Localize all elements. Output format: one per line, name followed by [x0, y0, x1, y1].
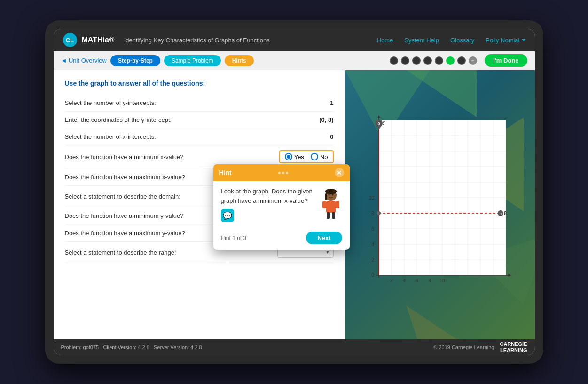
- progress-dots: −: [390, 56, 477, 65]
- hint-header: Hint ✕: [213, 164, 350, 181]
- hint-title: Hint: [219, 169, 232, 176]
- q3-answer: 0: [330, 133, 333, 140]
- nav-home[interactable]: Home: [377, 37, 393, 44]
- hints-button[interactable]: Hints: [225, 55, 254, 66]
- q2-label: Enter the coordinates of the y-intercept…: [65, 116, 316, 123]
- svg-marker-35: [508, 274, 511, 277]
- q4-yes-radio[interactable]: [285, 153, 292, 160]
- svg-text:y: y: [383, 120, 385, 125]
- progress-dot-1: [390, 56, 398, 65]
- progress-dot-7: [457, 56, 466, 65]
- avatar: [320, 187, 342, 220]
- question-row-3: Select the number of x-intercepts: 0: [65, 128, 334, 145]
- svg-rect-64: [327, 212, 330, 219]
- graph-svg: 0 2 4 6 8 10 2 4 6 8 10 y: [365, 115, 515, 294]
- progress-dot-6: [446, 56, 455, 65]
- q3-label: Select the number of x-intercepts:: [65, 133, 327, 140]
- svg-text:8: 8: [428, 278, 431, 283]
- svg-text:2: 2: [371, 257, 374, 263]
- im-done-button[interactable]: I'm Done: [485, 54, 527, 67]
- hint-dot-1: [278, 172, 281, 174]
- hint-body: Look at the graph. Does the given graph …: [213, 181, 350, 228]
- svg-rect-62: [322, 201, 326, 208]
- app-logo: CL: [63, 33, 77, 47]
- svg-point-67: [332, 194, 333, 196]
- chevron-down-icon: [522, 39, 525, 41]
- progress-dot-4: [423, 56, 432, 65]
- hint-dots: [278, 172, 288, 174]
- svg-point-52: [377, 211, 381, 215]
- progress-dot-8: −: [469, 56, 477, 65]
- tablet-screen: CL MATHia® Identifying Key Characteristi…: [54, 29, 535, 355]
- hint-dot-3: [286, 172, 288, 174]
- svg-text:10: 10: [368, 195, 374, 200]
- svg-point-66: [328, 194, 329, 196]
- nav-glossary[interactable]: Glossary: [450, 37, 474, 44]
- sample-problem-button[interactable]: Sample Problem: [164, 55, 221, 66]
- copyright: © 2019 Carnegie Learning: [433, 344, 494, 350]
- hint-footer: Hint 1 of 3 Next: [213, 228, 350, 250]
- toolbar: ◄ Unit Overview Step-by-Step Sample Prob…: [54, 51, 535, 70]
- instructions: Use the graph to answer all of the quest…: [65, 80, 334, 87]
- top-nav: CL MATHia® Identifying Key Characteristi…: [54, 29, 535, 51]
- progress-dot-3: [412, 56, 421, 65]
- hint-dot-2: [282, 172, 284, 174]
- svg-text:6: 6: [371, 226, 374, 232]
- svg-text:6: 6: [416, 278, 418, 283]
- page-title: Identifying Key Characteristics of Graph…: [124, 37, 377, 44]
- tablet-frame: CL MATHia® Identifying Key Characteristi…: [45, 20, 543, 364]
- svg-text:0: 0: [377, 121, 380, 126]
- status-text: Problem: gof075 Client Version: 4.2.8 Se…: [61, 344, 202, 350]
- svg-rect-61: [326, 201, 336, 213]
- svg-text:8: 8: [499, 212, 502, 216]
- hint-counter: Hint 1 of 3: [221, 235, 247, 241]
- svg-text:8: 8: [504, 210, 507, 216]
- svg-text:8: 8: [371, 211, 374, 216]
- nav-user[interactable]: Polly Nomial: [486, 37, 525, 44]
- next-button[interactable]: Next: [306, 232, 342, 244]
- hint-dialog: Hint ✕ Look at the graph. Does the given…: [213, 164, 350, 250]
- step-by-step-button[interactable]: Step-by-Step: [110, 55, 160, 66]
- svg-text:0: 0: [371, 272, 374, 278]
- q4-no-radio[interactable]: [311, 153, 318, 160]
- svg-rect-63: [336, 201, 339, 208]
- question-row-2: Enter the coordinates of the y-intercept…: [65, 112, 334, 128]
- q4-no-label: No: [320, 153, 328, 160]
- q1-answer: 1: [330, 99, 333, 106]
- q2-answer: (0, 8): [319, 116, 333, 123]
- q4-radio-group[interactable]: Yes No: [279, 150, 334, 163]
- progress-dot-5: [435, 56, 443, 65]
- question-row-1: Select the number of y-intercepts: 1: [65, 95, 334, 112]
- nav-system-help[interactable]: System Help: [404, 37, 439, 44]
- unit-overview-link[interactable]: ◄ Unit Overview: [61, 57, 107, 64]
- svg-text:2: 2: [390, 278, 393, 283]
- q4-label: Does the function have a minimum x-value…: [65, 153, 279, 160]
- graph-area: 0 2 4 6 8 10 2 4 6 8 10 y: [345, 70, 535, 339]
- carnegie-learning-logo: CARNEGIE LEARNING: [500, 341, 527, 353]
- main-content: Use the graph to answer all of the quest…: [54, 70, 535, 339]
- svg-marker-36: [377, 115, 380, 118]
- svg-point-59: [325, 189, 337, 194]
- status-bar: Problem: gof075 Client Version: 4.2.8 Se…: [54, 339, 535, 355]
- hint-text: Look at the graph. Does the given graph …: [221, 187, 314, 205]
- svg-text:4: 4: [371, 242, 374, 247]
- hint-close-button[interactable]: ✕: [335, 168, 344, 177]
- svg-text:4: 4: [403, 278, 406, 283]
- q1-label: Select the number of y-intercepts:: [65, 99, 327, 106]
- q4-yes-label: Yes: [294, 153, 304, 160]
- app-title: MATHia®: [82, 36, 115, 44]
- svg-rect-65: [332, 212, 335, 219]
- hint-text-area: Look at the graph. Does the given graph …: [221, 187, 314, 222]
- chat-icon: 💬: [221, 209, 234, 222]
- svg-text:10: 10: [439, 278, 445, 283]
- progress-dot-2: [401, 56, 409, 65]
- nav-links: Home System Help Glossary Polly Nomial: [377, 37, 525, 44]
- svg-rect-60: [325, 193, 327, 200]
